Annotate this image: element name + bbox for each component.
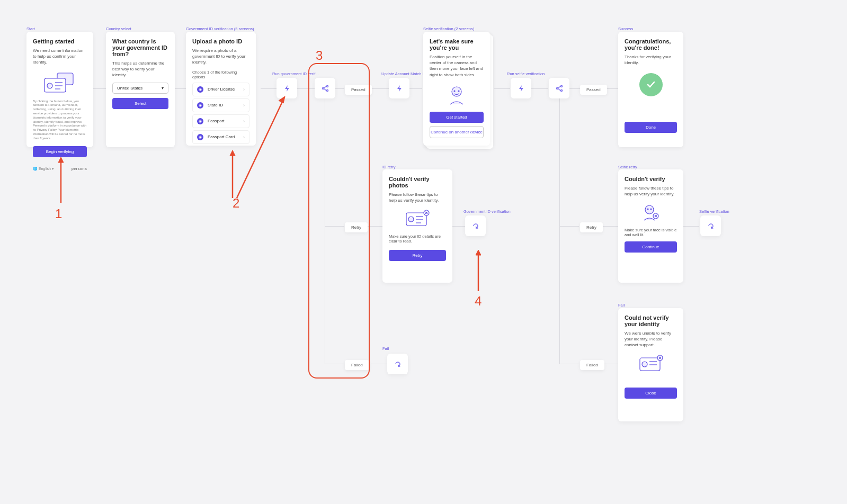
- face-illustration: [430, 83, 484, 106]
- continue-another-device-button[interactable]: Continue on another device: [430, 126, 484, 138]
- upload-subtitle: We require a photo of a government ID to…: [192, 48, 249, 66]
- id-type-icon: ◉: [197, 134, 203, 140]
- fail-card: Could not verify your identity We were u…: [618, 308, 683, 421]
- continue-button[interactable]: Continue: [625, 241, 677, 253]
- success-title: Congratulations, you're done!: [625, 38, 677, 51]
- fail-title: Could not verify your identity: [625, 314, 677, 327]
- selfie-retry-subtitle: Please follow these tips to help us veri…: [625, 185, 677, 197]
- chevron-down-icon: ▾: [162, 86, 164, 91]
- id-type-icon: ◉: [197, 118, 203, 124]
- svg-point-8: [458, 91, 459, 92]
- begin-verifying-button[interactable]: Begin verifying: [33, 146, 87, 157]
- id-retry-subtitle: Please follow these tips to help us veri…: [389, 192, 446, 203]
- success-subtitle: Thanks for verifying your identity.: [625, 54, 677, 66]
- svg-point-7: [454, 91, 455, 92]
- choose-label: Choose 1 of the following options: [192, 70, 249, 79]
- annotation-1: 1: [55, 206, 62, 221]
- done-button[interactable]: Done: [625, 122, 677, 133]
- arrow-1: [56, 156, 66, 204]
- country-select[interactable]: United States▾: [112, 83, 168, 94]
- svg-point-6: [452, 87, 461, 96]
- retry-pill-2: Retry: [580, 222, 603, 232]
- svg-point-2: [47, 83, 52, 88]
- annotation-4: 4: [475, 294, 482, 309]
- id-illustration: [33, 71, 87, 94]
- annotation-highlight: [308, 63, 370, 379]
- id-type-icon: ◉: [197, 86, 203, 93]
- loop-node-3[interactable]: [387, 354, 408, 374]
- id-type-icon: ◉: [197, 102, 203, 109]
- label-id-retry: ID retry: [382, 165, 396, 169]
- svg-point-15: [645, 205, 654, 214]
- id-retry-card: Couldn't verify photos Please follow the…: [382, 169, 452, 283]
- id-fail-illustration-2: [625, 354, 677, 373]
- svg-point-16: [647, 209, 648, 210]
- language-selector[interactable]: 🌐 English ▾: [33, 167, 54, 171]
- persona-logo: persona: [72, 167, 87, 170]
- country-subtitle: This helps us determine the best way to …: [112, 60, 168, 78]
- selfie-subtitle: Position yourself in the center of the c…: [430, 54, 484, 78]
- selfie-retry-title: Couldn't verify: [625, 176, 677, 182]
- chevron-right-icon: ›: [243, 87, 245, 92]
- fail-subtitle: We were unable to verify your identity. …: [625, 330, 677, 348]
- selfie-retry-tip: Make sure your face is visible and well …: [625, 228, 677, 237]
- label-govid-small: Government ID verification: [463, 209, 511, 214]
- start-subtitle: We need some information to help us conf…: [33, 48, 87, 66]
- loop-node-2[interactable]: [700, 215, 721, 236]
- start-card: Getting started We need some information…: [26, 32, 93, 147]
- label-start: Start: [26, 26, 35, 31]
- label-fail-2: Fail: [618, 303, 625, 308]
- select-button[interactable]: Select: [112, 98, 168, 109]
- selfie-title: Let's make sure you're you: [430, 38, 484, 51]
- label-update-matches: Update Account Match I...: [381, 71, 427, 76]
- bolt-node-2[interactable]: [389, 78, 409, 98]
- arrow-2: [224, 94, 298, 200]
- start-title: Getting started: [33, 38, 87, 44]
- label-govid: Government ID verification (5 screens): [186, 26, 254, 31]
- check-icon: [639, 73, 663, 96]
- option-label: State ID: [208, 103, 223, 107]
- id-retry-title: Couldn't verify photos: [389, 176, 446, 188]
- svg-point-17: [650, 209, 652, 210]
- svg-point-29: [560, 89, 562, 91]
- svg-point-28: [560, 85, 562, 87]
- svg-line-32: [237, 100, 283, 198]
- option-label: Driver License: [208, 87, 235, 92]
- disclaimer: By clicking the button below, you consen…: [33, 100, 87, 141]
- id-fail-illustration: [389, 209, 446, 228]
- svg-point-20: [642, 362, 647, 367]
- label-selfie-retry: Selfie retry: [618, 165, 637, 169]
- label-country: Country select: [106, 26, 131, 31]
- annotation-3: 3: [316, 48, 323, 63]
- option-label: Passport: [208, 119, 225, 123]
- label-fail-1: Fail: [382, 346, 389, 351]
- selfie-retry-card: Couldn't verify Please follow these tips…: [618, 169, 683, 283]
- label-selfie: Selfie verification (2 screens): [423, 26, 474, 31]
- label-selfie-small: Selfie verification: [699, 209, 729, 214]
- upload-title: Upload a photo ID: [192, 38, 249, 44]
- retry-button[interactable]: Retry: [389, 250, 446, 261]
- success-card: Congratulations, you're done! Thanks for…: [618, 32, 683, 147]
- get-started-button[interactable]: Get started: [430, 112, 484, 123]
- country-card: What country is your government ID from?…: [106, 32, 175, 147]
- label-run-selfie: Run selfie verification: [507, 71, 545, 76]
- close-button[interactable]: Close: [625, 388, 677, 399]
- svg-point-10: [408, 217, 414, 222]
- passed-pill-2: Passed: [580, 85, 607, 95]
- failed-pill-2: Failed: [580, 360, 604, 370]
- face-fail-illustration: [625, 202, 677, 222]
- branch-node-2[interactable]: [549, 78, 569, 98]
- bolt-node-3[interactable]: [511, 78, 531, 98]
- selfie-card: Let's make sure you're you Position your…: [423, 32, 490, 146]
- label-success: Success: [618, 26, 633, 31]
- loop-node-1[interactable]: [465, 215, 486, 236]
- annotation-2: 2: [233, 196, 239, 211]
- country-title: What country is your government ID from?: [112, 38, 168, 57]
- arrow-4: [473, 249, 484, 292]
- id-retry-tip: Make sure your ID details are clear to r…: [389, 234, 446, 244]
